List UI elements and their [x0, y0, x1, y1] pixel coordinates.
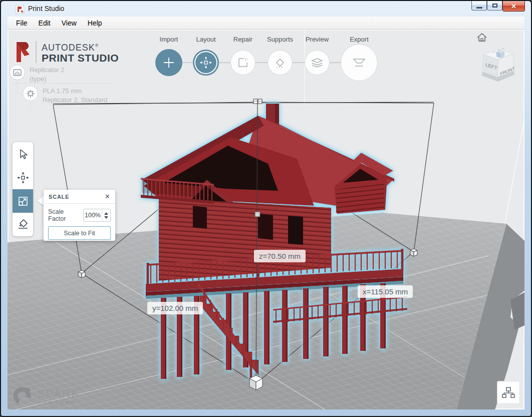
printer-button[interactable]: [10, 65, 25, 80]
bbox-handle-left[interactable]: [78, 270, 85, 278]
profile-label: Replicator 2, Standard: [43, 96, 107, 105]
brand-logo: AUTODESK® PRINT STUDIO: [15, 41, 119, 64]
hierarchy-icon: [502, 386, 515, 398]
material-settings-button[interactable]: [23, 86, 38, 101]
bbox-handle-mid[interactable]: [255, 212, 260, 217]
title-bar[interactable]: Print Studio ✕: [1, 1, 531, 17]
spark-logo: SPARK POWERED: [12, 385, 80, 407]
spark-name: SPARK: [38, 387, 80, 399]
scale-panel: SCALE ✕ Scale Factor Scale to Fit: [44, 190, 115, 241]
printer-type: (type): [30, 75, 46, 84]
dimension-y-label: y=102.00 mm: [147, 302, 203, 314]
print-studio-mark-icon: [15, 41, 32, 63]
scale-panel-title: SCALE: [49, 194, 69, 200]
menu-edit[interactable]: Edit: [33, 18, 56, 29]
repair-icon: [237, 57, 248, 68]
move-tool-button[interactable]: [13, 166, 33, 189]
step-import-button[interactable]: [155, 49, 182, 76]
scale-to-fit-button[interactable]: Scale to Fit: [48, 226, 111, 240]
maximize-icon: [492, 4, 497, 8]
dimension-z-label: z=70.50 mm: [254, 250, 306, 262]
scale-tool-button[interactable]: [13, 189, 33, 213]
room-corner-line: [505, 114, 524, 223]
view-cube[interactable]: LEFT FRONT: [477, 39, 523, 86]
layers-icon: [311, 57, 323, 69]
step-export-button[interactable]: [341, 44, 378, 81]
scale-panel-close-icon[interactable]: ✕: [105, 193, 110, 200]
menu-view[interactable]: View: [56, 18, 82, 29]
material-label: PLA 1.75 mm: [43, 87, 82, 96]
printer-icon: [13, 69, 22, 76]
object-list-button[interactable]: [497, 381, 520, 404]
plus-icon: [163, 57, 175, 69]
scale-factor-label: Scale Factor: [48, 208, 83, 222]
tree-connector-v: [17, 81, 18, 94]
move-tool-icon: [17, 172, 29, 184]
scale-panel-pointer: [37, 196, 44, 206]
rotate-icon: [17, 219, 29, 231]
window-title: Print Studio: [28, 5, 64, 13]
step-label-preview: Preview: [295, 36, 340, 43]
maximize-button[interactable]: [487, 1, 502, 11]
spin-down-button[interactable]: [104, 216, 108, 219]
step-supports-button[interactable]: [268, 50, 293, 75]
spin-up-button[interactable]: [104, 212, 108, 215]
brand-autodesk: AUTODESK: [42, 43, 95, 53]
tree-connector-v2: [30, 102, 31, 110]
app-icon: [16, 5, 24, 14]
brand-separator: [36, 41, 37, 63]
supports-icon: [274, 57, 286, 69]
registered-mark: ®: [95, 43, 99, 48]
export-icon: [352, 56, 367, 69]
bbox-handle-top[interactable]: [253, 99, 262, 104]
rotate-tool-button[interactable]: [13, 213, 33, 236]
viewport-3d[interactable]: AUTODESK® PRINT STUDIO Replicator 2 (typ…: [8, 30, 524, 409]
bbox-handle-right[interactable]: [410, 249, 417, 256]
spark-icon: [12, 385, 33, 407]
spark-tagline: POWERED: [38, 400, 80, 405]
cursor-icon: [18, 149, 29, 160]
select-tool-button[interactable]: [13, 142, 33, 166]
tools-toolbar: [13, 142, 33, 236]
gear-icon: [26, 89, 35, 98]
dimension-x-label: x=115.05 mm: [358, 285, 413, 298]
step-layout-button[interactable]: [193, 50, 219, 76]
step-label-export: Export: [337, 36, 382, 43]
minimize-icon: [476, 7, 482, 9]
minimize-button[interactable]: [471, 1, 487, 11]
step-preview-button[interactable]: [305, 50, 330, 75]
printer-divider: [13, 83, 113, 84]
menu-bar: File Edit View Help: [8, 17, 524, 30]
step-repair-button[interactable]: [230, 50, 255, 75]
close-icon: ✕: [511, 3, 516, 10]
scale-icon: [18, 196, 29, 207]
menu-help[interactable]: Help: [82, 18, 108, 29]
view-cube-mini: [496, 50, 504, 58]
move-icon: [199, 56, 212, 69]
bbox-handle-front[interactable]: [249, 375, 262, 390]
menu-file[interactable]: File: [11, 18, 33, 29]
printer-name[interactable]: Replicator 2: [30, 66, 64, 75]
brand-product: PRINT STUDIO: [42, 53, 119, 64]
scale-factor-input[interactable]: [84, 209, 102, 221]
close-button[interactable]: ✕: [502, 1, 525, 12]
print-studio-window: Print Studio ✕ File Edit View Help: [0, 0, 532, 417]
scale-factor-spinner: [83, 209, 111, 222]
